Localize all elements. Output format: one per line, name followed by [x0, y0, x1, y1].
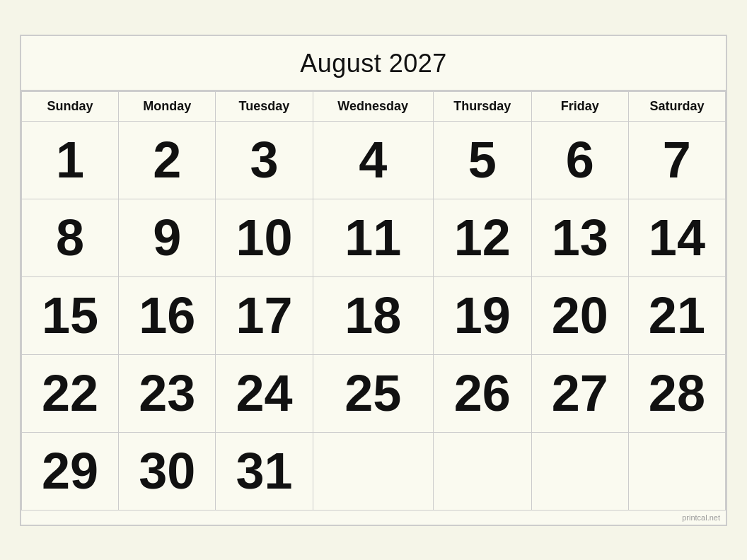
day-header-friday: Friday [531, 91, 628, 121]
day-cell-4: 4 [313, 121, 433, 199]
calendar-week-row: 15161718192021 [22, 276, 726, 354]
day-cell-17: 17 [216, 276, 313, 354]
calendar-week-row: 891011121314 [22, 199, 726, 276]
day-header-wednesday: Wednesday [313, 91, 433, 121]
day-cell-26: 26 [433, 354, 531, 432]
day-cell-19: 19 [433, 276, 531, 354]
day-cell-13: 13 [531, 199, 628, 276]
day-cell-15: 15 [22, 276, 119, 354]
calendar-week-row: 293031 [22, 432, 726, 510]
day-cell-1: 1 [22, 121, 119, 199]
day-cell-14: 14 [628, 199, 725, 276]
day-cell-23: 23 [119, 354, 216, 432]
empty-day-cell [628, 432, 725, 510]
calendar-body: 1234567891011121314151617181920212223242… [22, 121, 726, 510]
empty-day-cell [531, 432, 628, 510]
day-cell-24: 24 [216, 354, 313, 432]
empty-day-cell [313, 432, 433, 510]
watermark: printcal.net [21, 511, 726, 525]
calendar-container: August 2027 SundayMondayTuesdayWednesday… [20, 35, 727, 526]
day-cell-27: 27 [531, 354, 628, 432]
day-cell-12: 12 [433, 199, 531, 276]
calendar-table: SundayMondayTuesdayWednesdayThursdayFrid… [21, 91, 726, 511]
day-cell-16: 16 [119, 276, 216, 354]
day-cell-21: 21 [628, 276, 725, 354]
day-cell-25: 25 [313, 354, 433, 432]
calendar-header-row: SundayMondayTuesdayWednesdayThursdayFrid… [22, 91, 726, 121]
day-cell-11: 11 [313, 199, 433, 276]
day-header-sunday: Sunday [22, 91, 119, 121]
calendar-week-row: 1234567 [22, 121, 726, 199]
day-header-monday: Monday [119, 91, 216, 121]
day-cell-30: 30 [119, 432, 216, 510]
day-cell-20: 20 [531, 276, 628, 354]
day-cell-2: 2 [119, 121, 216, 199]
day-cell-9: 9 [119, 199, 216, 276]
day-cell-22: 22 [22, 354, 119, 432]
day-header-tuesday: Tuesday [216, 91, 313, 121]
calendar-week-row: 22232425262728 [22, 354, 726, 432]
day-cell-5: 5 [433, 121, 531, 199]
day-cell-18: 18 [313, 276, 433, 354]
day-cell-28: 28 [628, 354, 725, 432]
day-cell-6: 6 [531, 121, 628, 199]
day-header-thursday: Thursday [433, 91, 531, 121]
day-header-saturday: Saturday [628, 91, 725, 121]
calendar-title: August 2027 [21, 36, 726, 91]
day-cell-31: 31 [216, 432, 313, 510]
day-cell-29: 29 [22, 432, 119, 510]
empty-day-cell [433, 432, 531, 510]
day-cell-7: 7 [628, 121, 725, 199]
day-cell-10: 10 [216, 199, 313, 276]
day-cell-3: 3 [216, 121, 313, 199]
day-cell-8: 8 [22, 199, 119, 276]
